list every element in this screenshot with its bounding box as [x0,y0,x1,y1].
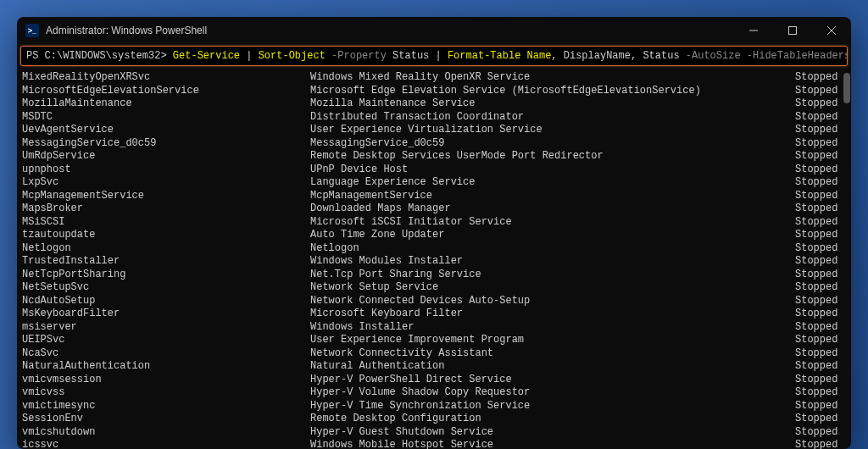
service-row: UevAgentServiceUser Experience Virtualiz… [22,124,846,137]
service-row: McpManagementServiceMcpManagementService… [22,190,846,203]
service-row: LxpSvcLanguage Experience ServiceStopped [22,176,846,190]
service-name: MozillaMaintenance [22,97,310,111]
service-display-name: Downloaded Maps Manager [310,202,795,216]
service-display-name: Microsoft Edge Elevation Service (Micros… [310,85,795,98]
maximize-button[interactable] [773,17,812,44]
scrollbar[interactable] [841,71,851,449]
col-displayname: DisplayName [564,50,631,62]
service-status: Stopped [795,202,846,216]
service-row: upnphostUPnP Device HostStopped [22,164,846,177]
service-name: msiserver [22,321,310,335]
service-display-name: Remote Desktop Configuration [310,413,795,426]
service-row: tzautoupdateAuto Time Zone UpdaterStoppe… [22,229,846,242]
service-row: NcdAutoSetupNetwork Connected Devices Au… [22,295,846,308]
service-status: Stopped [795,150,846,164]
service-status: Stopped [795,97,846,111]
powershell-window: >_ Administrator: Windows PowerShell PS … [17,17,851,449]
service-row: NetTcpPortSharingNet.Tcp Port Sharing Se… [22,269,846,282]
service-row: MapsBrokerDownloaded Maps ManagerStopped [22,202,846,216]
service-name: MessagingService_d0c59 [22,137,310,151]
service-status: Stopped [795,281,846,295]
service-list: MixedRealityOpenXRSvcWindows Mixed Reali… [22,71,846,449]
service-name: NaturalAuthentication [22,360,310,374]
sep-1: , [551,50,563,62]
service-row: MicrosoftEdgeElevationServiceMicrosoft E… [22,85,846,98]
service-row: vmicvmsessionHyper-V PowerShell Direct S… [22,374,846,387]
service-display-name: Microsoft iSCSI Initiator Service [310,216,795,230]
service-status: Stopped [795,85,846,98]
service-name: MapsBroker [22,202,310,216]
service-display-name: Hyper-V Volume Shadow Copy Requestor [310,386,795,400]
service-name: NcdAutoSetup [22,295,310,308]
service-status: Stopped [795,400,846,413]
command-sortobject: Sort-Object [259,50,326,62]
service-name: UEIPSvc [22,334,310,347]
service-row: icssvcWindows Mobile Hotspot ServiceStop… [22,439,846,449]
service-display-name: Network Connectivity Assistant [310,347,795,361]
service-status: Stopped [795,164,846,177]
pipe-1: | [240,50,259,62]
service-name: UevAgentService [22,124,310,137]
service-name: MsKeyboardFilter [22,308,310,321]
service-row: MSiSCSIMicrosoft iSCSI Initiator Service… [22,216,846,230]
service-name: MicrosoftEdgeElevationService [22,85,310,98]
service-display-name: Language Experience Service [310,176,795,190]
service-display-name: MessagingService_d0c59 [310,137,795,151]
service-name: TrustedInstaller [22,255,310,269]
service-display-name: Windows Modules Installer [310,255,795,269]
service-row: vmicshutdownHyper-V Guest Shutdown Servi… [22,426,846,440]
service-name: NcaSvc [22,347,310,361]
service-name: MixedRealityOpenXRSvc [22,71,310,85]
service-status: Stopped [795,137,846,151]
service-display-name: Distributed Transaction Coordinator [310,111,795,125]
service-name: upnphost [22,164,310,177]
close-button[interactable] [812,17,851,44]
service-display-name: Windows Mobile Hotspot Service [310,439,795,449]
service-status: Stopped [795,386,846,400]
scroll-thumb[interactable] [843,73,850,103]
service-name: NetTcpPortSharing [22,269,310,282]
titlebar[interactable]: >_ Administrator: Windows PowerShell [17,17,851,44]
service-status: Stopped [795,426,846,440]
service-status: Stopped [795,124,846,137]
service-name: MSDTC [22,111,310,125]
col-status: Status [643,50,679,62]
param-property: -Property [326,50,392,62]
service-name: vmicvss [22,386,310,400]
minimize-button[interactable] [734,17,773,44]
service-name: LxpSvc [22,176,310,190]
service-status: Stopped [795,176,846,190]
close-icon [827,26,836,35]
service-status: Stopped [795,242,846,256]
service-row: UmRdpServiceRemote Desktop Services User… [22,150,846,164]
service-row: vmictimesyncHyper-V Time Synchronization… [22,400,846,413]
service-status: Stopped [795,347,846,361]
service-status: Stopped [795,413,846,426]
service-display-name: Mozilla Maintenance Service [310,97,795,111]
service-display-name: McpManagementService [310,190,795,203]
service-name: NetSetupSvc [22,281,310,295]
service-row: NcaSvcNetwork Connectivity AssistantStop… [22,347,846,361]
maximize-icon [788,26,797,35]
service-name: UmRdpService [22,150,310,164]
service-row: SessionEnvRemote Desktop ConfigurationSt… [22,413,846,426]
service-row: MSDTCDistributed Transaction Coordinator… [22,111,846,125]
service-status: Stopped [795,269,846,282]
service-display-name: Windows Mixed Reality OpenXR Service [310,71,795,85]
service-name: icssvc [22,439,310,449]
service-status: Stopped [795,334,846,347]
command-formattable: Format-Table Name [448,50,551,62]
service-display-name: Net.Tcp Port Sharing Service [310,269,795,282]
service-display-name: Netlogon [310,242,795,256]
service-display-name: User Experience Improvement Program [310,334,795,347]
service-status: Stopped [795,71,846,85]
window-title: Administrator: Windows PowerShell [46,25,734,36]
terminal-output[interactable]: MixedRealityOpenXRSvcWindows Mixed Reali… [17,71,851,449]
powershell-icon: >_ [25,24,39,37]
service-name: vmicvmsession [22,374,310,387]
minimize-icon [749,26,758,35]
service-display-name: Network Connected Devices Auto-Setup [310,295,795,308]
service-display-name: Hyper-V PowerShell Direct Service [310,374,795,387]
service-status: Stopped [795,229,846,242]
service-name: McpManagementService [22,190,310,203]
